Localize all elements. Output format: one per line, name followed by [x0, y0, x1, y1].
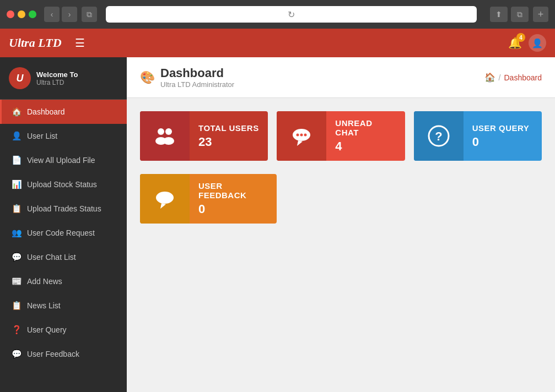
feedback-icon: 💬	[12, 349, 21, 359]
total-users-value: 23	[198, 135, 259, 149]
unread-chat-card[interactable]: UNREAD CHAT 4	[277, 111, 405, 161]
notification-badge: 4	[516, 33, 525, 42]
unread-chat-label: UNREAD CHAT	[335, 118, 396, 137]
close-window-button[interactable]	[7, 10, 14, 18]
news-icon: 📰	[12, 276, 21, 286]
user-feedback-label: USER FEEDBACK	[198, 181, 268, 200]
feedback-bubble-icon	[153, 187, 177, 211]
svg-point-6	[297, 134, 299, 137]
sidebar-welcome: Welcome To	[36, 70, 78, 79]
user-query-value: 0	[472, 135, 533, 149]
page-title: Dashboard	[160, 66, 234, 80]
sidebar-item-add-news[interactable]: 📰 Add News	[0, 269, 127, 293]
top-navbar: Ultra LTD ☰ 🔔 4 👤	[0, 29, 555, 57]
reload-button[interactable]: ↻	[288, 9, 295, 20]
users-icon	[153, 124, 177, 148]
app-wrapper: Ultra LTD ☰ 🔔 4 👤 U Welcome To Ultra LTD	[0, 29, 555, 392]
user-feedback-card[interactable]: USER FEEDBACK 0	[140, 174, 277, 224]
user-profile-button[interactable]: 👤	[529, 34, 546, 52]
sidebar-item-user-chat[interactable]: 💬 User Chat List	[0, 245, 127, 269]
chat-bubble-icon	[289, 124, 314, 148]
sidebar-nav: 🏠 Dashboard 👤 User List 📄 View All Uploa…	[0, 100, 127, 392]
sidebar-item-label: Upload Trades Status	[27, 204, 101, 213]
stats-cards-row2: USER FEEDBACK 0	[127, 174, 555, 237]
page-title-section: 🎨 Dashboard Ultra LTD Administrator	[140, 66, 234, 89]
svg-point-1	[165, 128, 172, 135]
stock-icon: 📊	[12, 179, 21, 189]
unread-chat-icon-section	[277, 111, 326, 161]
browser-actions: ⬆ ⧉	[490, 7, 529, 22]
question-icon: ?	[427, 124, 451, 148]
user-query-card[interactable]: ? USER QUERY 0	[414, 111, 542, 161]
content-area: 🎨 Dashboard Ultra LTD Administrator 🏠 / …	[127, 57, 555, 392]
main-area: U Welcome To Ultra LTD 🏠 Dashboard 👤 Use…	[0, 57, 555, 392]
sidebar-item-label: User Chat List	[27, 253, 76, 262]
sidebar-item-label: User Feedback	[27, 350, 79, 358]
nav-buttons: ‹ ›	[44, 7, 77, 22]
sidebar-item-user-query[interactable]: ❓ User Query	[0, 318, 127, 342]
total-users-info: TOTAL USERS 23	[190, 117, 268, 156]
home-icon: 🏠	[484, 72, 495, 83]
user-list-icon: 👤	[12, 131, 21, 141]
sidebar-item-label: Add News	[27, 277, 62, 286]
svg-point-11	[156, 192, 174, 204]
user-query-info: USER QUERY 0	[464, 117, 542, 156]
nav-right: 🔔 4 👤	[508, 34, 546, 52]
new-tab-button[interactable]: +	[533, 7, 548, 22]
breadcrumb: 🏠 / Dashboard	[484, 72, 542, 83]
sidebar-user-section: U Welcome To Ultra LTD	[0, 57, 127, 100]
user-query-label: USER QUERY	[472, 123, 533, 133]
chat-icon: 💬	[12, 252, 21, 262]
share-button[interactable]: ⬆	[490, 7, 508, 22]
forward-button[interactable]: ›	[62, 7, 77, 22]
page-header: 🎨 Dashboard Ultra LTD Administrator 🏠 / …	[127, 57, 555, 98]
brand-logo: Ultra LTD	[9, 36, 62, 50]
browser-chrome: ‹ › ⧉ ↻ ⬆ ⧉ +	[0, 0, 555, 29]
total-users-card[interactable]: TOTAL USERS 23	[140, 111, 268, 161]
sidebar-item-view-all-upload[interactable]: 📄 View All Upload File	[0, 148, 127, 172]
breadcrumb-current: Dashboard	[504, 73, 542, 82]
maximize-window-button[interactable]	[29, 10, 36, 18]
svg-text:?: ?	[435, 129, 442, 143]
svg-point-7	[300, 134, 303, 137]
dashboard-icon: 🏠	[12, 107, 21, 117]
user-query-icon-section: ?	[414, 111, 464, 161]
sidebar-item-label: Upload Stock Status	[27, 180, 97, 189]
hamburger-button[interactable]: ☰	[71, 34, 89, 52]
svg-marker-12	[160, 203, 166, 209]
stats-cards-row1: TOTAL USERS 23	[127, 98, 555, 174]
svg-marker-5	[297, 140, 303, 146]
sidebar-item-user-feedback[interactable]: 💬 User Feedback	[0, 342, 127, 366]
trades-icon: 📋	[12, 204, 21, 214]
sidebar-item-upload-trades[interactable]: 📋 Upload Trades Status	[0, 197, 127, 221]
address-bar[interactable]: ↻	[106, 6, 477, 23]
sidebar-item-upload-stock[interactable]: 📊 Upload Stock Status	[0, 172, 127, 197]
minimize-window-button[interactable]	[18, 10, 25, 18]
sidebar-item-user-list[interactable]: 👤 User List	[0, 124, 127, 148]
user-feedback-info: USER FEEDBACK 0	[190, 175, 277, 223]
sidebar-item-dashboard[interactable]: 🏠 Dashboard	[0, 100, 127, 124]
sidebar-item-news-list[interactable]: 📋 News List	[0, 293, 127, 318]
sidebar-item-label: User List	[27, 132, 57, 140]
user-feedback-icon-section	[140, 174, 190, 224]
query-icon: ❓	[12, 325, 21, 335]
total-users-label: TOTAL USERS	[198, 123, 259, 133]
user-feedback-value: 0	[198, 202, 268, 216]
unread-chat-info: UNREAD CHAT 4	[326, 112, 405, 160]
sidebar: U Welcome To Ultra LTD 🏠 Dashboard 👤 Use…	[0, 57, 127, 392]
sidebar-item-label: News List	[27, 301, 61, 310]
svg-point-0	[158, 128, 164, 135]
traffic-lights	[7, 10, 36, 18]
back-button[interactable]: ‹	[44, 7, 60, 22]
sidebar-user-info: Welcome To Ultra LTD	[36, 70, 78, 86]
unread-chat-value: 4	[335, 139, 396, 154]
user-code-icon: 👥	[12, 228, 21, 238]
svg-point-3	[163, 137, 174, 145]
sidebar-item-user-code[interactable]: 👥 User Code Request	[0, 221, 127, 245]
tabs-button[interactable]: ⧉	[511, 7, 529, 22]
sidebar-item-label: User Code Request	[27, 228, 95, 237]
news-list-icon: 📋	[12, 301, 21, 311]
notification-bell[interactable]: 🔔 4	[508, 36, 522, 50]
tab-button[interactable]: ⧉	[82, 7, 97, 22]
sidebar-item-label: View All Upload File	[27, 156, 95, 165]
